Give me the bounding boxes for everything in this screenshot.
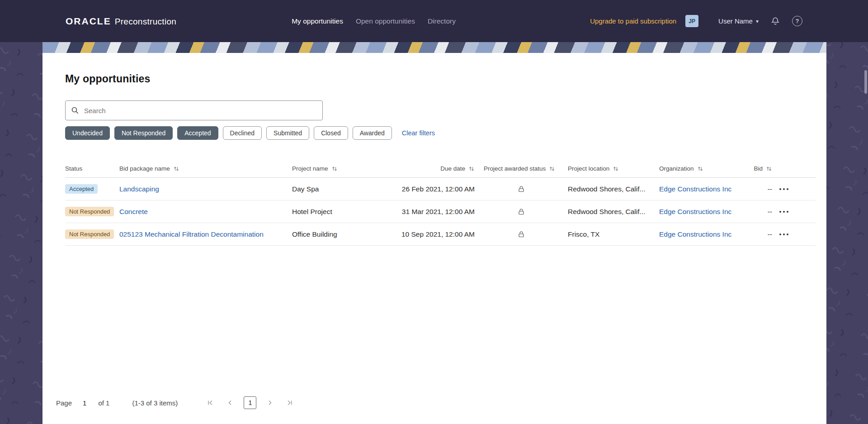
bid-package-link[interactable]: Concrete — [119, 208, 148, 215]
nav-open-opportunities[interactable]: Open opportunities — [356, 17, 415, 25]
table-header-row: Status Bid package name Project name Due… — [65, 160, 816, 178]
top-nav: My opportunities Open opportunities Dire… — [292, 17, 456, 25]
search-icon — [71, 106, 79, 114]
row-actions-button[interactable] — [777, 208, 791, 216]
last-page-icon — [287, 400, 293, 406]
lock-icon — [518, 231, 525, 238]
ellipsis-icon — [779, 233, 789, 236]
brand-logo: ORACLE Preconstruction — [66, 16, 176, 27]
filter-chip-submitted[interactable]: Submitted — [266, 126, 309, 140]
previous-page-button[interactable] — [224, 396, 236, 409]
filter-chip-not-responded[interactable]: Not Responded — [114, 126, 173, 140]
notifications-button[interactable] — [770, 16, 780, 26]
column-header-project-location[interactable]: Project location — [568, 165, 659, 172]
column-label: Bid package name — [119, 165, 170, 172]
last-page-button[interactable] — [283, 396, 296, 409]
project-name: Day Spa — [292, 185, 319, 193]
column-header-project-name[interactable]: Project name — [292, 165, 397, 172]
bid-package-link[interactable]: 025123 Mechanical Filtration Decontamina… — [119, 230, 264, 238]
filter-chips: Undecided Not Responded Accepted Decline… — [65, 126, 816, 140]
due-date: 31 Mar 2021, 12:00 AM — [402, 208, 475, 216]
column-label: Organization — [659, 165, 694, 172]
page-label: Page — [56, 399, 72, 407]
first-page-icon — [207, 400, 213, 406]
upgrade-subscription-link[interactable]: Upgrade to paid subscription — [590, 17, 676, 25]
sort-icon — [173, 166, 179, 172]
help-icon: ? — [792, 16, 802, 26]
status-badge: Not Responded — [65, 229, 114, 239]
project-name: Office Building — [292, 230, 337, 238]
hero-banner — [42, 42, 826, 53]
help-glyph: ? — [796, 18, 799, 24]
sort-icon — [613, 166, 619, 172]
sort-icon — [766, 166, 772, 172]
bid-package-link[interactable]: Landscaping — [119, 185, 159, 193]
sort-icon — [549, 166, 555, 172]
nav-my-opportunities[interactable]: My opportunities — [292, 17, 343, 25]
filter-chip-accepted[interactable]: Accepted — [177, 126, 218, 140]
scrollbar-thumb[interactable] — [864, 70, 867, 94]
header-right: Upgrade to paid subscription JP User Nam… — [590, 15, 802, 27]
avatar[interactable]: JP — [685, 15, 698, 27]
row-actions-button[interactable] — [777, 185, 791, 193]
lock-icon — [518, 186, 525, 193]
project-location: Redwood Shores, Calif... — [568, 208, 645, 215]
project-location: Frisco, TX — [568, 230, 599, 238]
ellipsis-icon — [779, 210, 789, 213]
help-button[interactable]: ? — [792, 16, 802, 26]
search-input[interactable] — [83, 106, 317, 115]
due-date: 10 Sep 2021, 12:00 AM — [401, 230, 475, 238]
sort-icon — [468, 166, 475, 172]
sort-icon — [697, 166, 703, 172]
column-label: Project awarded status — [484, 165, 546, 172]
user-menu[interactable]: User Name ▾ — [718, 17, 759, 25]
column-label: Due date — [440, 165, 465, 172]
filter-chip-awarded[interactable]: Awarded — [353, 126, 392, 140]
column-label: Status — [65, 165, 82, 172]
bid-value: -- — [768, 185, 772, 193]
column-header-bid-package-name[interactable]: Bid package name — [119, 165, 292, 172]
column-header-bid[interactable]: Bid — [745, 165, 772, 172]
page-of-label: of 1 — [98, 399, 109, 407]
column-header-project-awarded-status[interactable]: Project awarded status — [475, 165, 568, 172]
row-actions-button[interactable] — [777, 230, 791, 238]
previous-page-icon — [227, 400, 233, 406]
column-label: Project name — [292, 165, 328, 172]
current-page-button[interactable]: 1 — [244, 396, 256, 409]
organization-link[interactable]: Edge Constructions Inc — [659, 208, 731, 215]
table-row: Not Responded Concrete Hotel Project 31 … — [65, 200, 816, 223]
column-header-organization[interactable]: Organization — [659, 165, 745, 172]
user-name-label: User Name — [718, 17, 753, 25]
project-location: Redwood Shores, Calif... — [568, 185, 645, 193]
column-label: Bid — [754, 165, 763, 172]
product-name: Preconstruction — [115, 17, 177, 27]
next-page-icon — [267, 400, 273, 406]
column-label: Project location — [568, 165, 609, 172]
table-row: Accepted Landscaping Day Spa 26 Feb 2021… — [65, 178, 816, 200]
page-title: My opportunities — [65, 73, 816, 85]
column-header-due-date[interactable]: Due date — [397, 165, 475, 172]
lock-icon — [518, 208, 525, 215]
project-name: Hotel Project — [292, 208, 332, 215]
status-badge: Not Responded — [65, 207, 114, 216]
first-page-button[interactable] — [204, 396, 217, 409]
bell-icon — [770, 16, 780, 26]
page-number-field[interactable]: 1 — [83, 399, 86, 407]
next-page-button[interactable] — [264, 396, 276, 409]
nav-directory[interactable]: Directory — [428, 17, 456, 25]
filter-chip-undecided[interactable]: Undecided — [65, 126, 110, 140]
organization-link[interactable]: Edge Constructions Inc — [659, 230, 731, 238]
due-date: 26 Feb 2021, 12:00 AM — [402, 185, 475, 193]
organization-link[interactable]: Edge Constructions Inc — [659, 185, 731, 193]
chevron-down-icon: ▾ — [756, 18, 759, 24]
filter-chip-closed[interactable]: Closed — [314, 126, 348, 140]
clear-filters-link[interactable]: Clear filters — [402, 129, 435, 137]
app-header: ORACLE Preconstruction My opportunities … — [0, 0, 868, 42]
ellipsis-icon — [779, 188, 789, 191]
bid-value: -- — [768, 230, 772, 238]
pagination-nav: 1 — [204, 396, 296, 409]
pagination: Page 1 of 1 (1-3 of 3 items) 1 — [56, 396, 816, 410]
main-content: My opportunities Undecided Not Responded… — [42, 53, 826, 424]
sort-icon — [331, 166, 338, 172]
filter-chip-declined[interactable]: Declined — [223, 126, 262, 140]
